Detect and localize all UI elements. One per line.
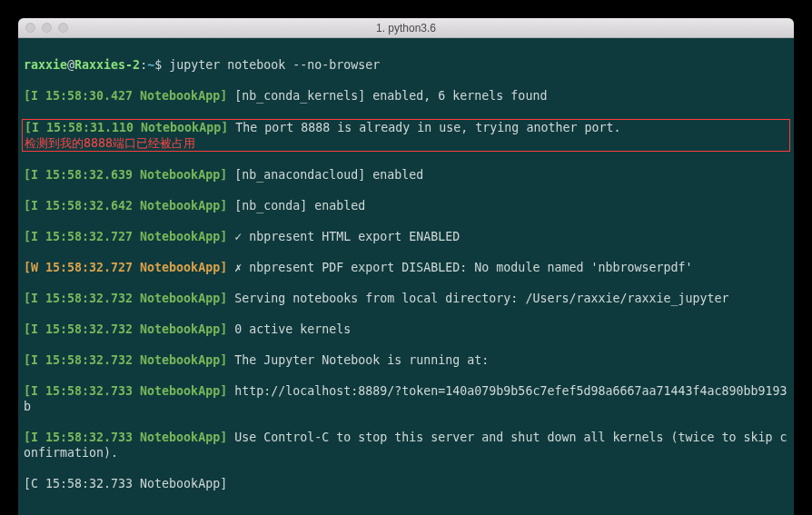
- log-tag: [I 15:58:32.733 NotebookApp]: [24, 384, 227, 398]
- annotation-box-port: [I 15:58:31.110 NotebookApp] The port 88…: [22, 119, 790, 152]
- log-tag: [I 15:58:32.733 NotebookApp]: [24, 431, 227, 444]
- window-title: 1. python3.6: [18, 22, 794, 35]
- log-line: [I 15:58:32.642 NotebookApp] [nb_conda] …: [24, 198, 788, 213]
- log-msg: [nb_conda] enabled: [227, 199, 365, 213]
- log-msg: The Jupyter Notebook is running at:: [227, 353, 489, 367]
- zoom-icon[interactable]: [58, 23, 68, 33]
- log-tag-c: [C 15:58:32.733 NotebookApp]: [24, 477, 227, 490]
- prompt-at: @: [67, 58, 74, 72]
- log-tag: [I 15:58:30.427 NotebookApp]: [24, 89, 227, 103]
- log-msg: Serving notebooks from local directory: …: [227, 292, 728, 305]
- log-msg: [nb_conda_kernels] enabled, 6 kernels fo…: [227, 89, 547, 103]
- log-tag: [I 15:58:32.642 NotebookApp]: [24, 199, 227, 213]
- terminal-body[interactable]: raxxie@Raxxies-2:~$ jupyter notebook --n…: [18, 38, 794, 515]
- log-tag-warn: [W 15:58:32.727 NotebookApp]: [24, 261, 227, 274]
- log-msg: ✓ nbpresent HTML export ENABLED: [227, 230, 460, 243]
- log-line: [I 15:58:32.639 NotebookApp] [nb_anacond…: [24, 167, 788, 183]
- log-line: [I 15:58:32.732 NotebookApp] The Jupyter…: [24, 352, 788, 368]
- log-tag: [I 15:58:32.639 NotebookApp]: [24, 168, 227, 182]
- log-msg: ✗ nbpresent PDF export DISABLED: No modu…: [227, 261, 692, 274]
- prompt-user: raxxie: [24, 58, 67, 72]
- log-tag: [I 15:58:32.732 NotebookApp]: [24, 322, 227, 336]
- log-line: [W 15:58:32.727 NotebookApp] ✗ nbpresent…: [24, 260, 788, 275]
- log-tag: [I 15:58:32.732 NotebookApp]: [24, 292, 227, 305]
- close-icon[interactable]: [25, 23, 35, 33]
- annotation-text: 检测到我的8888端口已经被占用: [25, 136, 195, 150]
- titlebar[interactable]: 1. python3.6: [18, 18, 794, 38]
- log-tag: [I 15:58:32.727 NotebookApp]: [24, 230, 227, 243]
- prompt-line: raxxie@Raxxies-2:~$ jupyter notebook --n…: [24, 57, 788, 73]
- prompt-sign: $: [154, 58, 169, 72]
- log-tag: [I 15:58:31.110 NotebookApp]: [25, 121, 228, 134]
- terminal-window: 1. python3.6 raxxie@Raxxies-2:~$ jupyter…: [18, 18, 794, 515]
- log-line: [I 15:58:32.733 NotebookApp] Use Control…: [24, 430, 788, 461]
- log-line: [I 15:58:32.727 NotebookApp] ✓ nbpresent…: [24, 229, 788, 244]
- log-msg: 0 active kernels: [227, 322, 351, 336]
- log-line: [I 15:58:30.427 NotebookApp] [nb_conda_k…: [24, 88, 788, 104]
- log-tag: [I 15:58:32.732 NotebookApp]: [24, 353, 227, 367]
- minimize-icon[interactable]: [42, 23, 52, 33]
- log-line: [I 15:58:32.732 NotebookApp] 0 active ke…: [24, 322, 788, 337]
- log-line: [C 15:58:32.733 NotebookApp]: [24, 476, 788, 491]
- traffic-lights: [18, 23, 68, 33]
- prompt-sep: :: [140, 58, 147, 72]
- log-line: [I 15:58:32.733 NotebookApp] http://loca…: [24, 383, 788, 414]
- log-line: [I 15:58:32.732 NotebookApp] Serving not…: [24, 291, 788, 306]
- command-text: jupyter notebook --no-browser: [169, 58, 380, 72]
- log-msg: The port 8888 is already in use, trying …: [228, 121, 620, 134]
- log-msg: [nb_anacondacloud] enabled: [227, 168, 423, 182]
- prompt-host: Raxxies-2: [74, 58, 140, 72]
- prompt-path: ~: [147, 58, 154, 72]
